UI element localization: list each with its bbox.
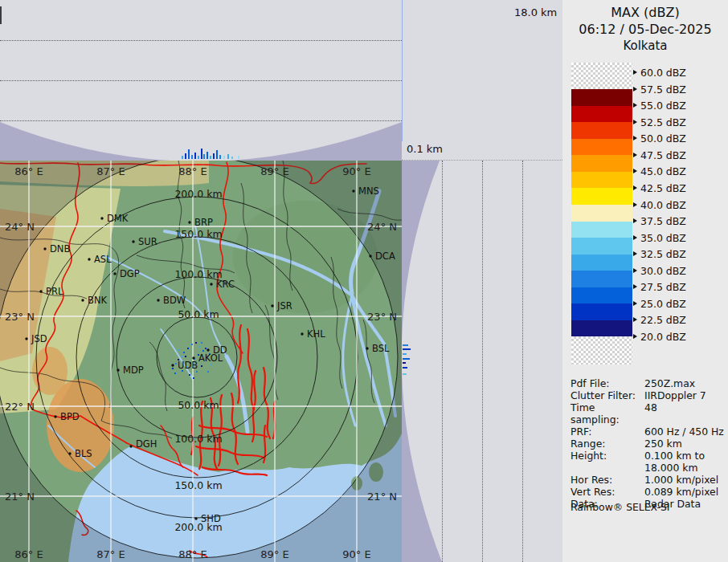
- station-dot: [352, 189, 354, 192]
- echo-speckle: [207, 371, 209, 373]
- echo-speckle: [175, 363, 177, 364]
- dbz-tick-label: 25.0 dBZ: [633, 298, 686, 309]
- radar-site-name: Kolkata: [562, 39, 728, 53]
- dbz-color-band: [571, 271, 632, 287]
- echo-height-bar: [216, 150, 218, 159]
- station-label: SHD: [201, 513, 221, 524]
- dbz-tick-label: 37.5 dBZ: [633, 215, 686, 226]
- tick-arrow-icon: [633, 136, 637, 140]
- station-label: BNK: [88, 295, 107, 306]
- echo-speckle: [201, 342, 202, 344]
- station-dot: [25, 337, 27, 340]
- station-dot: [117, 369, 119, 371]
- tick-arrow-icon: [633, 268, 637, 273]
- dbz-color-band: [571, 122, 632, 139]
- echo-speckle: [181, 356, 182, 357]
- station-dot: [171, 364, 174, 366]
- metadata-row: Height: 0.100 km to 18.000 km: [571, 450, 725, 474]
- station-label: BDW: [163, 295, 186, 306]
- ring-distance-label: 150.0 km: [174, 479, 222, 491]
- tick-arrow-icon: [633, 103, 637, 108]
- echo-height-bar: [210, 156, 211, 159]
- dbz-tick-label: 50.0 dBZ: [633, 132, 686, 144]
- metadata-row: Range: 250 km: [571, 438, 725, 450]
- tick-arrow-icon: [633, 87, 637, 92]
- metadata-value: IIRDoppler 7: [644, 389, 725, 401]
- dbz-color-band: [571, 205, 632, 222]
- dbz-tick-label: 30.0 dBZ: [633, 265, 686, 276]
- ring-distance-label: 200.0 km: [174, 188, 222, 200]
- station-label: DNB: [50, 243, 70, 255]
- longitude-label: 90° E: [342, 165, 370, 177]
- echo-height-bar: [403, 362, 406, 364]
- station-label: DCA: [375, 250, 395, 262]
- metadata-label: Vert Res:: [571, 486, 644, 498]
- echo-height-bar: [223, 156, 225, 159]
- ring-distance-label: 100.0 km: [174, 433, 222, 445]
- station-dot: [271, 304, 273, 307]
- metadata-value: 600 Hz / 450 Hz: [644, 426, 725, 438]
- station-dot: [194, 517, 197, 519]
- dbz-tick-label: 47.5 dBZ: [633, 149, 686, 161]
- tick-arrow-icon: [633, 235, 637, 240]
- station-dot: [129, 445, 132, 447]
- echo-height-bar: [403, 344, 408, 346]
- station-label: DGH: [136, 438, 157, 450]
- axis-corner-panel: 18.0 km 0.1 km: [402, 0, 562, 161]
- dbz-tick-label: 60.0 dBZ: [633, 67, 686, 78]
- metadata-value: 0.100 km to 18.000 km: [644, 450, 725, 474]
- dbz-color-band: [571, 238, 632, 255]
- ring-distance-label: 50.0 km: [178, 308, 219, 320]
- longitude-label: 89° E: [260, 165, 288, 177]
- dbz-tick-label: 55.0 dBZ: [633, 100, 686, 111]
- latitude-label: 22° N: [5, 401, 35, 413]
- beam-horizon-wedge: [402, 161, 562, 562]
- metadata-label: Range:: [571, 438, 644, 450]
- echo-speckle: [193, 377, 194, 379]
- echo-speckle: [185, 356, 186, 357]
- dbz-color-band: [571, 172, 632, 188]
- latitude-label: 23° N: [5, 311, 35, 323]
- metadata-value: 48: [644, 401, 725, 426]
- station-label: DGP: [120, 268, 140, 279]
- ring-distance-label: 50.0 km: [178, 399, 219, 411]
- echo-speckle: [205, 348, 207, 349]
- latitude-label: 23° N: [367, 311, 397, 323]
- echo-speckle: [172, 368, 174, 369]
- echo-height-bar: [227, 154, 229, 159]
- transparent-band: [571, 336, 632, 364]
- tick-arrow-icon: [633, 301, 637, 306]
- station-dot: [113, 272, 116, 275]
- dbz-color-band: [571, 303, 632, 320]
- metadata-label: Clutter Filter:: [571, 389, 644, 401]
- station-label: KRC: [216, 279, 235, 290]
- dbz-tick-label: 22.5 dBZ: [633, 314, 686, 325]
- longitude-label: 86° E: [14, 165, 43, 177]
- station-label: DMK: [107, 213, 129, 224]
- echo-height-bar: [185, 153, 186, 159]
- dbz-tick-label: 27.5 dBZ: [633, 281, 686, 292]
- station-label: BSL: [372, 343, 390, 354]
- echo-height-bar: [403, 373, 407, 375]
- echo-speckle: [183, 352, 185, 353]
- radar-map: 200.0 km150.0 km100.0 km50.0 km50.0 km10…: [0, 161, 402, 562]
- dbz-color-band: [571, 106, 632, 122]
- station-dot: [207, 348, 209, 351]
- longitude-label: 87° E: [96, 548, 125, 560]
- echo-speckle: [174, 373, 176, 374]
- product-title: MAX (dBZ): [562, 5, 728, 20]
- dbz-color-scale: [571, 63, 632, 364]
- beam-horizon-wedge: [0, 0, 402, 161]
- longitude-label: 88° E: [178, 548, 207, 560]
- metadata-value: 250 km: [644, 438, 725, 450]
- tick-arrow-icon: [633, 185, 637, 190]
- latitude-label: 21° N: [367, 491, 397, 503]
- echo-height-bar: [188, 149, 190, 159]
- dbz-tick-label: 57.5 dBZ: [633, 83, 686, 95]
- echo-height-bar: [198, 156, 199, 159]
- station-dot: [81, 299, 84, 301]
- tick-arrow-icon: [633, 334, 637, 339]
- highland-patch: [32, 347, 67, 395]
- echo-height-bar: [403, 353, 407, 355]
- dbz-tick-label: 40.0 dBZ: [633, 199, 686, 210]
